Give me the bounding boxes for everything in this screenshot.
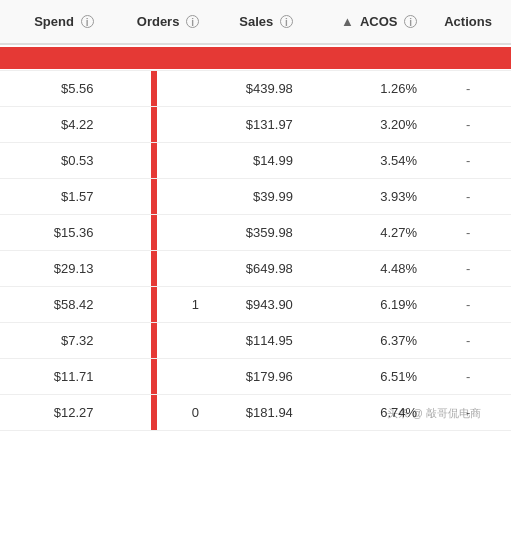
acos-cell: 3.20% bbox=[301, 106, 425, 142]
sales-cell: $359.98 bbox=[207, 214, 301, 250]
acos-cell: 6.37% bbox=[301, 322, 425, 358]
orders-cell bbox=[102, 358, 207, 394]
acos-cell: 6.19% bbox=[301, 286, 425, 322]
orders-bar bbox=[151, 215, 157, 250]
actions-cell[interactable]: - bbox=[425, 394, 511, 430]
actions-column-header: Actions bbox=[425, 0, 511, 44]
acos-cell: 4.48% bbox=[301, 250, 425, 286]
spend-cell: $12.27 bbox=[0, 394, 102, 430]
spend-cell: $5.56 bbox=[0, 70, 102, 106]
orders-bar bbox=[151, 323, 157, 358]
orders-cell bbox=[102, 322, 207, 358]
bar-row bbox=[0, 44, 511, 70]
table-row: $58.421$943.906.19%- bbox=[0, 286, 511, 322]
sales-cell: $649.98 bbox=[207, 250, 301, 286]
acos-cell: 3.54% bbox=[301, 142, 425, 178]
spend-cell: $29.13 bbox=[0, 250, 102, 286]
acos-info-icon[interactable]: i bbox=[404, 15, 417, 28]
orders-cell: 1 bbox=[102, 286, 207, 322]
table-row: $15.36 $359.984.27%- bbox=[0, 214, 511, 250]
data-table: Spend i Orders i Sales i ▲ ACOS i Acti bbox=[0, 0, 511, 431]
sales-column-header[interactable]: Sales i bbox=[207, 0, 301, 44]
spend-cell: $0.53 bbox=[0, 142, 102, 178]
spend-bar bbox=[0, 47, 511, 69]
sales-cell: $943.90 bbox=[207, 286, 301, 322]
actions-cell[interactable]: - bbox=[425, 214, 511, 250]
orders-info-icon[interactable]: i bbox=[186, 15, 199, 28]
spend-cell: $58.42 bbox=[0, 286, 102, 322]
orders-cell bbox=[102, 178, 207, 214]
acos-cell: 4.27% bbox=[301, 214, 425, 250]
sales-label: Sales bbox=[239, 14, 273, 29]
acos-sort-arrow: ▲ bbox=[341, 14, 354, 29]
actions-cell[interactable]: - bbox=[425, 178, 511, 214]
table-row: $29.13 $649.984.48%- bbox=[0, 250, 511, 286]
actions-cell[interactable]: - bbox=[425, 286, 511, 322]
orders-bar bbox=[151, 143, 157, 178]
spend-cell: $15.36 bbox=[0, 214, 102, 250]
acos-cell: 1.26% bbox=[301, 70, 425, 106]
actions-cell[interactable]: - bbox=[425, 106, 511, 142]
table-row: $7.32 $114.956.37%- bbox=[0, 322, 511, 358]
acos-cell: 6.74% bbox=[301, 394, 425, 430]
table-row: $5.56 $439.981.26%- bbox=[0, 70, 511, 106]
orders-bar bbox=[151, 359, 157, 394]
actions-cell[interactable]: - bbox=[425, 322, 511, 358]
spend-cell: $11.71 bbox=[0, 358, 102, 394]
orders-bar bbox=[151, 287, 157, 322]
spend-cell: $1.57 bbox=[0, 178, 102, 214]
actions-cell[interactable]: - bbox=[425, 70, 511, 106]
table-row: $4.22 $131.973.20%- bbox=[0, 106, 511, 142]
sales-cell: $114.95 bbox=[207, 322, 301, 358]
orders-cell bbox=[102, 70, 207, 106]
sales-cell: $39.99 bbox=[207, 178, 301, 214]
table-row: $0.53 $14.993.54%- bbox=[0, 142, 511, 178]
orders-bar bbox=[151, 107, 157, 142]
orders-label: Orders bbox=[137, 14, 180, 29]
spend-label: Spend bbox=[34, 14, 74, 29]
spend-column-header[interactable]: Spend i bbox=[0, 0, 102, 44]
sales-info-icon[interactable]: i bbox=[280, 15, 293, 28]
orders-cell bbox=[102, 214, 207, 250]
table-row: $1.57 $39.993.93%- bbox=[0, 178, 511, 214]
table-row: $12.270$181.946.74%- bbox=[0, 394, 511, 430]
sales-cell: $131.97 bbox=[207, 106, 301, 142]
spend-cell: $4.22 bbox=[0, 106, 102, 142]
actions-cell[interactable]: - bbox=[425, 358, 511, 394]
spend-info-icon[interactable]: i bbox=[81, 15, 94, 28]
acos-cell: 3.93% bbox=[301, 178, 425, 214]
sales-cell: $179.96 bbox=[207, 358, 301, 394]
orders-cell: 0 bbox=[102, 394, 207, 430]
orders-bar bbox=[151, 395, 157, 430]
acos-column-header[interactable]: ▲ ACOS i bbox=[301, 0, 425, 44]
acos-label: ACOS bbox=[360, 14, 398, 29]
orders-cell bbox=[102, 106, 207, 142]
actions-label: Actions bbox=[444, 14, 492, 29]
orders-bar bbox=[151, 71, 157, 106]
acos-cell: 6.51% bbox=[301, 358, 425, 394]
sales-cell: $439.98 bbox=[207, 70, 301, 106]
orders-column-header[interactable]: Orders i bbox=[102, 0, 207, 44]
table-row: $11.71 $179.966.51%- bbox=[0, 358, 511, 394]
actions-cell[interactable]: - bbox=[425, 142, 511, 178]
orders-bar bbox=[151, 179, 157, 214]
spend-cell: $7.32 bbox=[0, 322, 102, 358]
orders-cell bbox=[102, 142, 207, 178]
orders-cell bbox=[102, 250, 207, 286]
orders-bar bbox=[151, 251, 157, 286]
sales-cell: $14.99 bbox=[207, 142, 301, 178]
actions-cell[interactable]: - bbox=[425, 250, 511, 286]
sales-cell: $181.94 bbox=[207, 394, 301, 430]
